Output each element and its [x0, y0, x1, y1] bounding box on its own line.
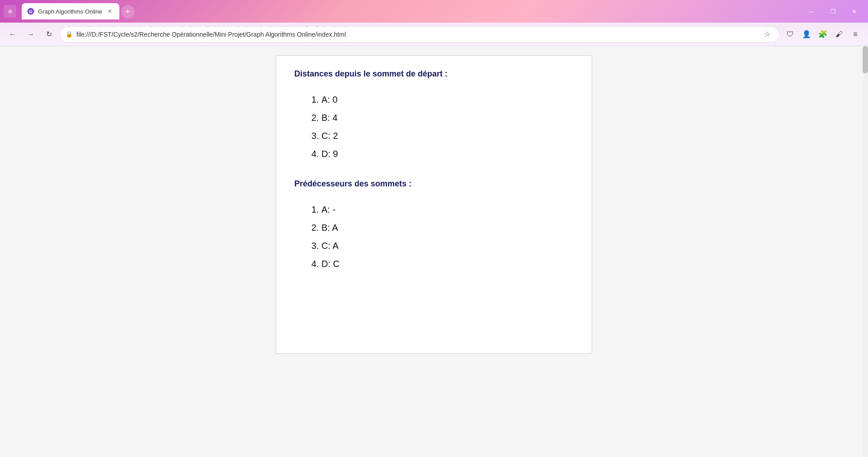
list-item: D: 9	[321, 147, 574, 161]
window-controls: — ❐ ✕	[802, 3, 864, 19]
tab-bar: G Graph Algorithms Online ✕ +	[22, 3, 800, 19]
tab-favicon-icon: G	[27, 8, 34, 15]
browser-window: ⊞ G Graph Algorithms Online ✕ + — ❐	[0, 0, 868, 457]
list-item: A: 0	[321, 92, 574, 107]
minimize-button[interactable]: —	[802, 3, 822, 19]
predecessors-section: Prédécesseurs des sommets : A: - B: A C:…	[294, 179, 574, 271]
profile-button[interactable]: 👤	[799, 27, 814, 42]
lock-icon: 🔒	[66, 31, 73, 38]
page-content: Distances depuis le sommet de départ : A…	[0, 46, 868, 457]
distances-title: Distances depuis le sommet de départ :	[294, 69, 574, 79]
menu-button[interactable]: ≡	[848, 27, 863, 42]
predecessors-title: Prédécesseurs des sommets :	[294, 179, 574, 189]
workspace-button[interactable]: ⊞	[4, 5, 16, 18]
distances-section: Distances depuis le sommet de départ : A…	[294, 69, 574, 161]
shield-icon-button[interactable]: 🛡	[783, 27, 797, 42]
tab-close-button[interactable]: ✕	[106, 7, 114, 15]
list-item: B: 4	[321, 110, 574, 125]
tab-title: Graph Algorithms Online	[38, 8, 102, 15]
list-item: C: 2	[321, 129, 574, 143]
new-tab-button[interactable]: +	[121, 5, 135, 19]
back-button[interactable]: ←	[5, 27, 20, 42]
bookmark-button[interactable]: ☆	[761, 28, 774, 41]
list-item: C: A	[321, 238, 574, 253]
list-item: A: -	[321, 202, 574, 217]
scrollbar-track[interactable]	[863, 46, 868, 457]
title-bar-left: ⊞	[4, 5, 16, 18]
list-item: B: A	[321, 220, 574, 235]
extensions-button[interactable]: 🧩	[816, 27, 830, 42]
list-item: D: C	[321, 257, 574, 271]
brush-icon-button[interactable]: 🖌	[832, 27, 846, 42]
maximize-button[interactable]: ❐	[823, 3, 843, 19]
predecessors-list: A: - B: A C: A D: C	[294, 202, 574, 271]
forward-button[interactable]: →	[24, 27, 38, 42]
nav-right-buttons: 🛡 👤 🧩 🖌 ≡	[783, 27, 863, 42]
reload-button[interactable]: ↻	[42, 27, 56, 42]
close-button[interactable]: ✕	[844, 3, 864, 19]
address-bar-container: 🔒 ☆	[60, 26, 779, 43]
address-input[interactable]	[76, 31, 757, 38]
scrollbar-thumb[interactable]	[863, 46, 868, 73]
distances-list: A: 0 B: 4 C: 2 D: 9	[294, 92, 574, 161]
result-card: Distances depuis le sommet de départ : A…	[276, 55, 592, 354]
title-bar: ⊞ G Graph Algorithms Online ✕ + — ❐	[0, 0, 868, 23]
nav-bar: ← → ↻ 🔒 ☆ 🛡 👤 🧩 🖌 ≡	[0, 23, 868, 46]
svg-text:G: G	[29, 10, 32, 14]
active-tab[interactable]: G Graph Algorithms Online ✕	[22, 3, 119, 19]
